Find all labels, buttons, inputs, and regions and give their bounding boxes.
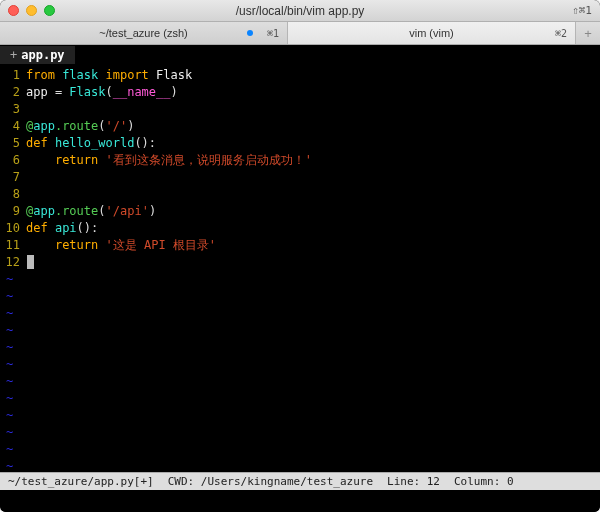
status-cwd: CWD: /Users/kingname/test_azure <box>168 475 373 488</box>
lineno: 6 <box>0 152 26 169</box>
empty-lines: ~ ~ ~ ~ ~ ~ ~ ~ ~ ~ ~ ~ <box>0 271 600 472</box>
tab-shell[interactable]: ~/test_azure (zsh) ⌘1 <box>0 22 288 44</box>
tilde-icon: ~ <box>0 390 600 407</box>
vim-tab-filename: app.py <box>21 48 64 62</box>
code-line: from flask import Flask <box>26 67 192 84</box>
minimize-icon[interactable] <box>26 5 37 16</box>
code-line: return '看到这条消息，说明服务启动成功！' <box>26 152 312 169</box>
lineno: 4 <box>0 118 26 135</box>
code-area[interactable]: 1from flask import Flask 2app = Flask(__… <box>0 65 600 472</box>
status-line: Line: 12 <box>387 475 440 488</box>
tilde-icon: ~ <box>0 424 600 441</box>
code-line: @app.route('/api') <box>26 203 156 220</box>
status-column: Column: 0 <box>454 475 514 488</box>
lineno: 5 <box>0 135 26 152</box>
tilde-icon: ~ <box>0 458 600 472</box>
tilde-icon: ~ <box>0 373 600 390</box>
terminal-window: /usr/local/bin/vim app.py ⇧⌘1 ~/test_azu… <box>0 0 600 512</box>
tab-shortcut: ⌘1 <box>267 28 279 39</box>
code-line: @app.route('/') <box>26 118 134 135</box>
titlebar-shortcut: ⇧⌘1 <box>572 4 592 17</box>
tilde-icon: ~ <box>0 271 600 288</box>
maximize-icon[interactable] <box>44 5 55 16</box>
lineno: 2 <box>0 84 26 101</box>
tilde-icon: ~ <box>0 356 600 373</box>
tilde-icon: ~ <box>0 339 600 356</box>
command-line-area[interactable] <box>0 490 600 512</box>
lineno: 10 <box>0 220 26 237</box>
vim-tabline: + app.py <box>0 45 600 65</box>
code-line: def api(): <box>26 220 98 237</box>
status-path: ~/test_azure/app.py[+] <box>8 475 154 488</box>
tilde-icon: ~ <box>0 441 600 458</box>
tilde-icon: ~ <box>0 288 600 305</box>
add-tab-button[interactable]: + <box>576 22 600 44</box>
tab-label: ~/test_azure (zsh) <box>99 27 187 39</box>
code-line: return '这是 API 根目录' <box>26 237 216 254</box>
lineno: 9 <box>0 203 26 220</box>
close-icon[interactable] <box>8 5 19 16</box>
lineno: 11 <box>0 237 26 254</box>
vim-tab[interactable]: + app.py <box>0 46 75 64</box>
lineno: 8 <box>0 186 26 203</box>
tab-shortcut: ⌘2 <box>555 28 567 39</box>
tab-vim[interactable]: vim (vim) ⌘2 <box>288 22 576 44</box>
window-title: /usr/local/bin/vim app.py <box>0 4 600 18</box>
lineno: 3 <box>0 101 26 118</box>
lineno: 7 <box>0 169 26 186</box>
tilde-icon: ~ <box>0 322 600 339</box>
code-line: def hello_world(): <box>26 135 156 152</box>
unsaved-indicator-icon <box>247 30 253 36</box>
lineno: 1 <box>0 67 26 84</box>
traffic-lights <box>8 5 55 16</box>
code-line <box>26 254 34 271</box>
cursor <box>27 255 34 269</box>
tabbar: ~/test_azure (zsh) ⌘1 vim (vim) ⌘2 + <box>0 22 600 45</box>
statusbar: ~/test_azure/app.py[+] CWD: /Users/kingn… <box>0 472 600 490</box>
tilde-icon: ~ <box>0 407 600 424</box>
tilde-icon: ~ <box>0 305 600 322</box>
tab-label: vim (vim) <box>409 27 454 39</box>
titlebar: /usr/local/bin/vim app.py ⇧⌘1 <box>0 0 600 22</box>
code-line: app = Flask(__name__) <box>26 84 178 101</box>
modified-marker: + <box>10 48 17 62</box>
lineno: 12 <box>0 254 26 271</box>
